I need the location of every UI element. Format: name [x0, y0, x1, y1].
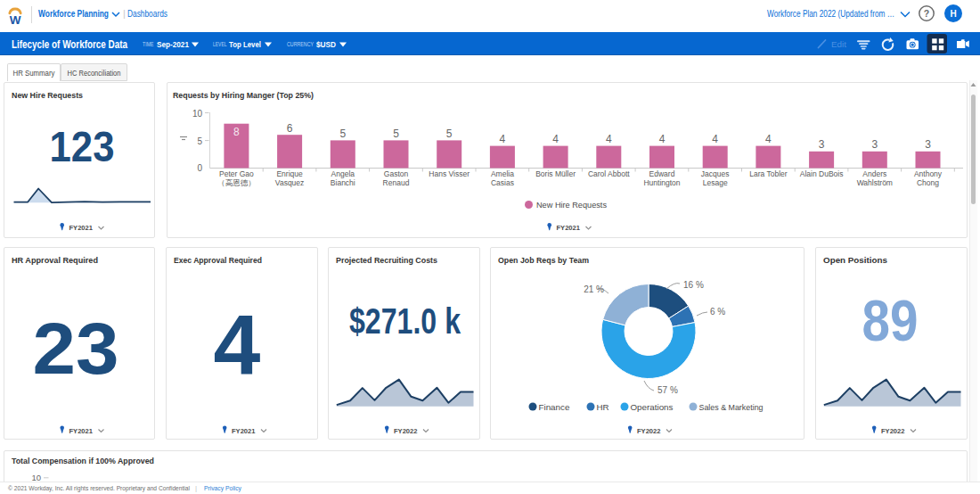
svg-text:LEVEL: LEVEL — [213, 41, 227, 47]
svg-text:Jacques: Jacques — [701, 169, 730, 178]
svg-text:123: 123 — [50, 122, 115, 170]
svg-text:Renaud: Renaud — [383, 178, 410, 187]
svg-text:23: 23 — [33, 308, 119, 389]
svg-text:3: 3 — [871, 138, 878, 151]
svg-text:Huntington: Huntington — [643, 178, 680, 187]
svg-text:© 2021 Workday, Inc. All right: © 2021 Workday, Inc. All rights reserved… — [8, 484, 190, 492]
svg-text:Top Level: Top Level — [229, 39, 261, 49]
svg-text:$USD: $USD — [316, 39, 336, 49]
svg-text:4: 4 — [712, 133, 718, 145]
svg-text:|: | — [195, 484, 197, 492]
svg-text:H: H — [950, 9, 956, 19]
svg-text:5: 5 — [446, 128, 453, 140]
svg-text:Open Positions: Open Positions — [823, 255, 887, 265]
svg-text:Dashboards: Dashboards — [127, 9, 167, 19]
svg-text:Lifecycle of Workforce Data: Lifecycle of Workforce Data — [12, 38, 128, 51]
svg-text:W: W — [10, 13, 21, 27]
svg-text:5: 5 — [339, 128, 346, 140]
svg-text:FY2021: FY2021 — [557, 224, 581, 232]
svg-text:21 %: 21 % — [584, 284, 604, 294]
svg-text:4: 4 — [606, 133, 612, 145]
svg-text:New Hire Requests: New Hire Requests — [536, 200, 607, 210]
svg-text:Wahlström: Wahlström — [857, 178, 893, 187]
svg-text:Lara Tobler: Lara Tobler — [749, 169, 788, 178]
svg-text:Bianchi: Bianchi — [331, 178, 355, 187]
svg-text:FY2021: FY2021 — [232, 427, 256, 435]
svg-text:Vasquez: Vasquez — [275, 178, 304, 187]
svg-text:3: 3 — [819, 138, 825, 151]
svg-text:HR: HR — [597, 402, 609, 412]
svg-text:Open Job Reqs by Team: Open Job Reqs by Team — [498, 255, 589, 265]
svg-text:FY2022: FY2022 — [881, 427, 905, 435]
svg-text:$271.0 k: $271.0 k — [349, 301, 461, 342]
svg-text:Enrique: Enrique — [276, 169, 303, 178]
svg-text:Anthony: Anthony — [914, 169, 943, 178]
svg-text:FY2022: FY2022 — [637, 427, 661, 435]
svg-text:0: 0 — [197, 163, 202, 173]
svg-text:4: 4 — [552, 133, 559, 145]
svg-text:Total Compensation if 100% App: Total Compensation if 100% Approved — [12, 456, 154, 465]
svg-text:6 %: 6 % — [710, 307, 725, 317]
svg-text:Workforce Plan 2022 (Updated f: Workforce Plan 2022 (Updated from … — [767, 9, 894, 19]
svg-text:|: | — [123, 8, 126, 19]
svg-text:FY2021: FY2021 — [69, 427, 94, 435]
svg-text:Chong: Chong — [917, 178, 939, 187]
svg-text:16 %: 16 % — [683, 280, 704, 290]
svg-text:Exec Approval Required: Exec Approval Required — [174, 255, 262, 265]
svg-text:10: 10 — [192, 109, 203, 119]
svg-text:Projected Recruiting Costs: Projected Recruiting Costs — [336, 255, 437, 265]
svg-text:CURRENCY: CURRENCY — [287, 41, 314, 47]
svg-text:（高恩德）: （高恩德） — [217, 178, 256, 187]
svg-text:TIME: TIME — [143, 41, 154, 47]
svg-text:4: 4 — [765, 133, 772, 145]
svg-text:Hans Visser: Hans Visser — [429, 169, 470, 178]
svg-text:Workforce Planning: Workforce Planning — [38, 9, 109, 19]
svg-text:8: 8 — [233, 126, 240, 138]
svg-text:FY2021: FY2021 — [69, 224, 94, 232]
svg-text:4: 4 — [214, 297, 261, 391]
svg-text:5: 5 — [393, 128, 399, 140]
svg-text:?: ? — [924, 8, 929, 19]
svg-text:5: 5 — [197, 136, 202, 146]
svg-text:Sales & Marketing: Sales & Marketing — [699, 402, 764, 412]
svg-text:Edward: Edward — [649, 169, 675, 178]
svg-text:New Hire Requests: New Hire Requests — [12, 90, 83, 100]
svg-text:Peter Gao: Peter Gao — [219, 169, 254, 178]
svg-text:4: 4 — [500, 133, 506, 145]
svg-text:Amelia: Amelia — [491, 169, 514, 178]
svg-text:Requests by Hiring Manger (Top: Requests by Hiring Manger (Top 25%) — [173, 90, 314, 100]
svg-text:4: 4 — [659, 133, 666, 145]
svg-text:Gaston: Gaston — [384, 169, 409, 178]
svg-text:HR Summary: HR Summary — [13, 69, 56, 78]
svg-text:Sep-2021: Sep-2021 — [157, 39, 190, 49]
svg-text:Edit: Edit — [831, 39, 846, 49]
svg-text:Boris Müller: Boris Müller — [535, 169, 576, 178]
svg-text:57 %: 57 % — [657, 385, 678, 395]
svg-text:Operations: Operations — [631, 402, 674, 412]
svg-text:Lesage: Lesage — [703, 178, 728, 187]
svg-text:89: 89 — [862, 289, 919, 353]
svg-text:Privacy Policy: Privacy Policy — [204, 484, 241, 492]
svg-text:Casias: Casias — [491, 178, 514, 187]
svg-text:Alain DuBois: Alain DuBois — [800, 169, 844, 178]
svg-text:Angela: Angela — [331, 169, 355, 178]
svg-text:6: 6 — [287, 122, 293, 135]
svg-text:HR Approval Required: HR Approval Required — [12, 255, 98, 265]
svg-text:Finance: Finance — [539, 402, 570, 412]
svg-text:HC Reconciliation: HC Reconciliation — [68, 69, 121, 78]
svg-text:FY2022: FY2022 — [394, 427, 418, 435]
svg-text:Carol Abbott: Carol Abbott — [588, 169, 630, 178]
svg-text:Anders: Anders — [862, 169, 886, 178]
svg-text:3: 3 — [925, 138, 931, 151]
